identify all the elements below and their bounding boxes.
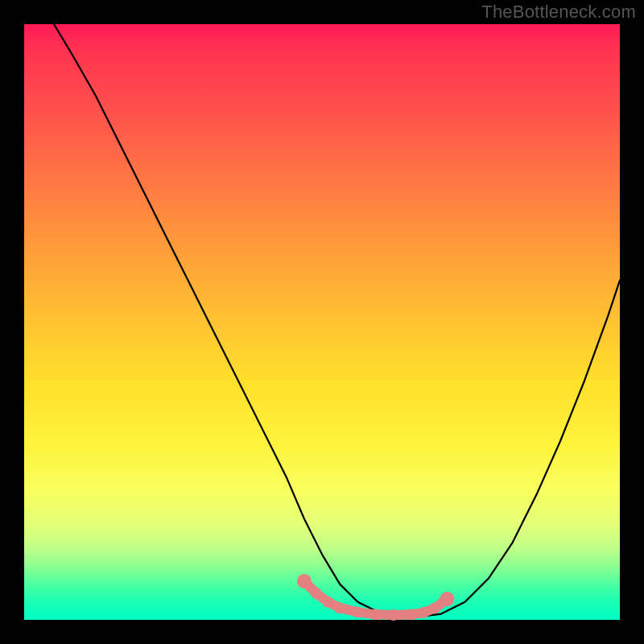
highlight-dot xyxy=(352,606,363,617)
highlight-dot xyxy=(370,609,382,620)
highlight-dot xyxy=(322,597,333,608)
highlight-dot xyxy=(406,609,417,620)
highlight-dot xyxy=(430,602,441,613)
curve-layer xyxy=(24,24,620,620)
watermark-text: TheBottleneck.com xyxy=(481,2,636,23)
highlight-low-bottleneck xyxy=(297,574,455,621)
highlight-dot xyxy=(334,602,345,613)
main-curve xyxy=(54,24,620,617)
highlight-dot xyxy=(311,588,322,599)
highlight-dot xyxy=(440,592,454,606)
highlight-dot xyxy=(297,574,312,588)
chart-frame: TheBottleneck.com xyxy=(0,0,644,644)
highlight-dot xyxy=(388,609,399,621)
plot-area xyxy=(24,24,620,620)
highlight-dot xyxy=(418,607,429,618)
